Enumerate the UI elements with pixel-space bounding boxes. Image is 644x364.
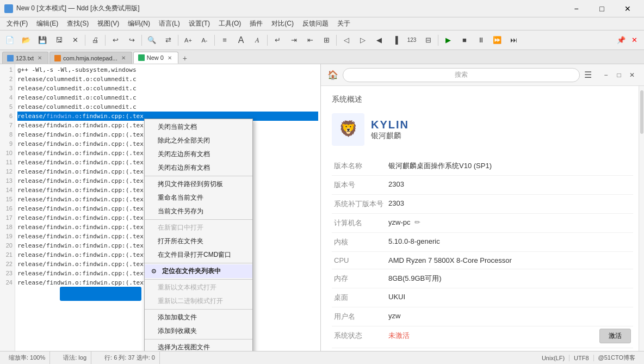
edit-computer-name-icon[interactable]: ✏ [414,218,420,226]
zoom-out-button[interactable]: A- [197,33,212,48]
undo-button[interactable]: ↩ [108,33,123,48]
rp-minimize-button[interactable]: − [600,70,611,81]
blue-button[interactable] [60,287,141,301]
toolbar-separator-7 [336,35,337,46]
status-lang: 语法: log [59,351,91,364]
close-button[interactable]: ✕ [615,3,640,14]
replace-button[interactable]: ⇄ [160,33,176,48]
zoom-in-button[interactable]: A+ [181,33,196,48]
back-button[interactable]: ◀ [371,33,387,48]
kylin-logo-sub: 银河麒麟 [371,131,409,141]
menu-compare[interactable]: 对比(C) [267,18,298,30]
end-button[interactable]: ⏭ [506,33,521,48]
next-button[interactable]: ▷ [355,33,370,48]
ctx-add-favorite[interactable]: 添加到收藏夹 [145,324,252,338]
menu-feedback[interactable]: 反馈问题 [298,18,333,30]
wrap-button[interactable]: ↵ [270,33,285,48]
tab-close-2[interactable]: ✕ [120,54,127,62]
value-username: yzw [386,307,633,326]
toolbar-separator-1 [85,35,85,46]
maximize-button[interactable]: □ [590,3,614,14]
label-version-name: 版本名称 [332,157,386,176]
close-panel-button[interactable]: ✕ [627,33,642,48]
ctx-add-load[interactable]: 添加加载文件 [145,311,252,324]
step-button[interactable]: ⏩ [490,33,505,48]
align-left-button[interactable]: ≡ [217,33,232,48]
label-sys-status: 系统状态 [332,326,386,348]
label-version-num: 版本号 [332,176,386,195]
tab-123txt[interactable]: 123.txt ✕ [2,52,48,64]
align-big2-button[interactable]: 𝐴 [250,33,265,48]
menu-edit[interactable]: 编辑(E) [32,18,63,30]
ctx-rename[interactable]: 重命名当前文件 [145,191,252,205]
menu-hamburger-button[interactable]: ☰ [584,70,592,80]
editor-line: g++ -Wl,-s -Wl,-subsystem,windows [17,65,318,75]
ctx-select-left-view[interactable]: 选择为左视图文件 [145,341,252,351]
redo-button[interactable]: ↪ [124,33,139,48]
status-zoom: 缩放率: 100% [4,351,50,364]
stop-button[interactable]: ■ [457,33,472,48]
tab-close-1[interactable]: ✕ [36,54,44,62]
find-button[interactable]: 🔍 [144,33,159,48]
search-box[interactable]: 搜索 [343,68,580,82]
status-line-end[interactable]: Unix(LF) [537,355,569,361]
open-file-button[interactable]: 📂 [18,33,34,48]
table-row: 内存 8GB(5.9GB可用) [332,269,633,288]
num-button[interactable]: 123 [404,33,419,48]
menu-bar: 文件(F) 编辑(E) 查找(S) 视图(V) 编码(N) 语言(L) 设置(T… [0,17,644,30]
right-panel: 🏠 搜索 ☰ − □ ✕ 系统概述 🦁 [321,64,644,351]
tab-hmja[interactable]: com.hmja.notepad... ✕ [49,52,132,64]
ctx-separator-4 [145,279,252,280]
menu-encode[interactable]: 编码(N) [123,18,154,30]
grid-button[interactable]: ⊟ [420,33,436,48]
rp-maximize-button[interactable]: □ [614,70,624,81]
ctx-open-cmd[interactable]: 在文件目录打开CMD窗口 [145,248,252,262]
rp-close-button[interactable]: ✕ [627,70,637,81]
ctx-close-left[interactable]: 关闭左边所有文档 [145,147,252,161]
ctx-open-folder[interactable]: 打开所在文件夹 [145,235,252,248]
new-file-button[interactable]: 📄 [2,33,17,48]
home-button[interactable]: 🏠 [327,70,338,80]
outdent-button[interactable]: ⇤ [302,33,318,48]
pause-button[interactable]: ⏸ [473,33,488,48]
align-big-button[interactable]: A [233,33,249,48]
menu-about[interactable]: 关于 [333,18,355,30]
status-encoding[interactable]: UTF8 [569,355,594,361]
ctx-close-others[interactable]: 除此之外全部关闭 [145,134,252,147]
value-version-name: 银河麒麟桌面操作系统V10 (SP1) [386,157,633,176]
indent-button[interactable]: ⇥ [286,33,301,48]
table-row: 系统补丁版本号 2303 [332,195,633,214]
ctx-copy-path[interactable]: 拷贝文件路径到剪切板 [145,177,252,191]
menu-file[interactable]: 文件(F) [2,18,32,30]
menu-lang[interactable]: 语言(L) [154,18,184,30]
ctx-close-current[interactable]: 关闭当前文档 [145,120,252,134]
tab-new0[interactable]: New 0 ✕ [133,52,178,64]
add-tab-button[interactable]: + [179,53,190,64]
activate-button[interactable]: 激活 [599,329,631,343]
pin-icon: 📌 [617,36,626,44]
table-row: 版本名称 银河麒麟桌面操作系统V10 (SP1) [332,157,633,176]
close-button[interactable]: ✕ [67,33,83,48]
save-button[interactable]: 💾 [35,33,50,48]
label-desktop: 桌面 [332,288,386,307]
play-button[interactable]: ▶ [441,33,456,48]
print-button[interactable]: 🖨 [88,33,103,48]
prev-button[interactable]: ◁ [339,33,354,48]
ctx-save-as[interactable]: 当前文件另存为 [145,205,252,218]
minimize-button[interactable]: − [564,3,589,14]
scrollbar[interactable] [639,86,644,351]
value-computer-name: yzw-pc ✏ [386,214,633,233]
label-patch-version: 系统补丁版本号 [332,195,386,214]
format-button[interactable]: ⊞ [319,33,334,48]
menu-settings[interactable]: 设置(T) [184,18,214,30]
editor-area: 1 2 3 4 5 6 7 8 9 10 11 12 13 14 15 16 1… [0,64,321,351]
menu-plugins[interactable]: 插件 [245,18,267,30]
menu-tools[interactable]: 工具(O) [214,18,245,30]
save-all-button[interactable]: 🖫 [51,33,66,48]
ctx-close-right[interactable]: 关闭右边所有文档 [145,161,252,175]
tab-close-3[interactable]: ✕ [166,54,174,61]
ctx-locate-file[interactable]: ⊙ 定位在文件夹列表中 [145,264,252,278]
cols-button[interactable]: ▐ [388,33,403,48]
menu-view[interactable]: 视图(V) [93,18,123,30]
menu-search[interactable]: 查找(S) [63,18,93,30]
